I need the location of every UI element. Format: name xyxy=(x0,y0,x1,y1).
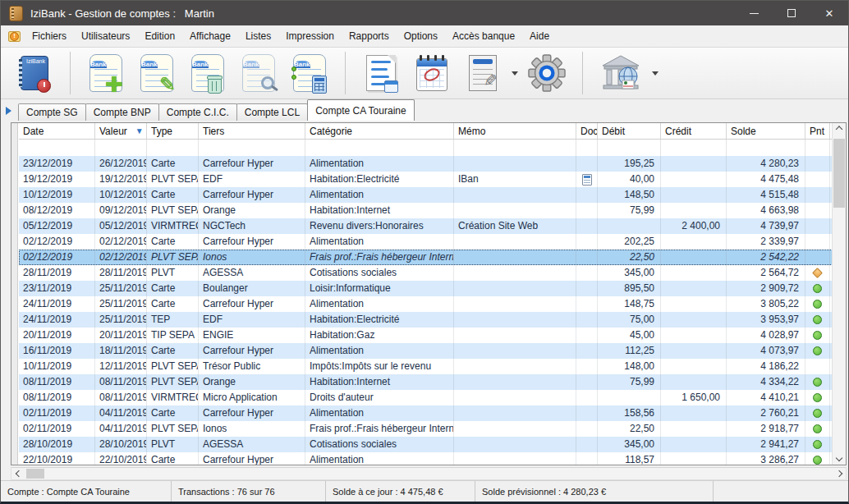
tab-scroll-icon[interactable] xyxy=(6,107,11,115)
cell-date: 10/11/2019 xyxy=(19,359,95,374)
cell-categorie: Loisir:Informatique xyxy=(305,281,454,296)
maximize-button[interactable] xyxy=(773,1,810,25)
table-row[interactable]: 05/12/201905/12/2019VIRMTRECNGCTechReven… xyxy=(19,218,846,234)
close-button[interactable]: ✕ xyxy=(810,1,848,25)
write-document-button[interactable]: ✎ xyxy=(462,50,503,96)
quit-izibank-button[interactable]: IziBank xyxy=(14,50,55,96)
cell-solde: 3 286,27 xyxy=(727,452,805,465)
cell-tiers: Carrefour Hyper xyxy=(199,343,305,359)
search-transaction-button[interactable]: Bank xyxy=(238,50,279,96)
tab-compte-c-i-c[interactable]: Compte C.I.C. xyxy=(158,103,237,121)
cell-categorie: Habitation:Internet xyxy=(305,203,454,218)
izibank-logo-label: IziBank xyxy=(25,58,47,64)
cell-categorie: Habitation:Electricité xyxy=(305,312,454,328)
scroll-up-button[interactable] xyxy=(833,123,846,137)
menu-item-edition[interactable]: Edition xyxy=(137,27,182,45)
cell-date: 08/11/2019 xyxy=(19,374,95,390)
cell-tiers: Orange xyxy=(199,374,305,390)
menu-item-options[interactable]: Options xyxy=(397,27,445,45)
menu-item-affichage[interactable]: Affichage xyxy=(182,27,238,45)
column-header-debit[interactable]: Débit xyxy=(598,123,661,139)
menu-item-utilisateurs[interactable]: Utilisateurs xyxy=(74,27,137,45)
table-row[interactable]: 02/12/201902/12/2019PLVT SEPAIonosFrais … xyxy=(19,250,846,265)
table-row[interactable]: 23/12/201926/12/2019CarteCarrefour Hyper… xyxy=(19,156,846,172)
column-header-doc[interactable]: Doc xyxy=(576,123,598,139)
cell-memo xyxy=(454,359,576,374)
online-banking-dropdown-icon[interactable] xyxy=(652,71,659,76)
cell-doc xyxy=(576,218,598,234)
table-row[interactable]: 02/12/201902/12/2019CarteCarrefour Hyper… xyxy=(19,234,846,250)
menu-item-acc-s-banque[interactable]: Accès banque xyxy=(445,27,522,45)
bank-label: Bank xyxy=(90,61,107,68)
menu-item-listes[interactable]: Listes xyxy=(238,27,278,45)
cell-credit xyxy=(661,203,727,218)
column-header-pnt[interactable]: Pnt xyxy=(805,123,830,139)
column-label: Débit xyxy=(602,126,625,137)
online-banking-button[interactable] xyxy=(598,50,644,96)
tab-compte-ca-touraine[interactable]: Compte CA Touraine xyxy=(307,99,415,121)
table-row[interactable]: 28/11/201928/11/2019PLVTAGESSACotisation… xyxy=(19,265,846,281)
table-row[interactable]: 10/11/201912/11/2019PLVT SEPATrésor Publ… xyxy=(19,359,846,374)
schedule-document-button[interactable] xyxy=(360,50,402,96)
menu-item-impression[interactable]: Impression xyxy=(278,27,342,45)
table-row[interactable]: 08/11/201908/11/2019PLVT SEPAOrangeHabit… xyxy=(19,374,846,390)
table-row[interactable]: 28/10/201928/10/2019PLVTAGESSACotisation… xyxy=(19,437,846,452)
table-row[interactable]: 16/11/201918/11/2019CarteCarrefour Hyper… xyxy=(19,343,846,359)
cell-doc xyxy=(576,281,598,296)
cell-categorie: Habitation:Electricité xyxy=(305,172,454,187)
column-header-solde[interactable]: Solde xyxy=(727,123,805,139)
table-row[interactable]: 23/11/201925/11/2019CarteBoulangerLoisir… xyxy=(19,281,846,296)
vertical-scrollbar[interactable] xyxy=(832,123,846,465)
column-header-credit[interactable]: Crédit xyxy=(661,123,727,139)
table-row[interactable]: 02/11/201904/11/2019CarteCarrefour Hyper… xyxy=(19,405,846,421)
column-header-type[interactable]: Type xyxy=(147,123,199,139)
table-row[interactable]: 22/10/201922/10/2019CarteCarrefour Hyper… xyxy=(19,452,846,465)
table-row[interactable]: 02/11/201904/11/2019PLVT SEPAIonosFrais … xyxy=(19,421,846,437)
toolbar: IziBank Bank ✚ Bank ✎ Bank xyxy=(1,48,848,99)
column-header-valeur[interactable]: Valeur▼ xyxy=(95,123,147,139)
table-row[interactable]: 08/12/201909/12/2019PLVT SEPAOrangeHabit… xyxy=(19,203,846,218)
cell-credit xyxy=(661,437,727,452)
menu-item-fichiers[interactable]: Fichiers xyxy=(25,27,74,45)
status-panel-0: Compte : Compte CA Touraine xyxy=(1,481,172,502)
edit-transaction-button[interactable]: Bank ✎ xyxy=(136,50,177,96)
cell-solde: 2 542,22 xyxy=(727,250,805,265)
minimize-button[interactable] xyxy=(735,1,773,25)
column-header-memo[interactable]: Mémo xyxy=(454,123,576,139)
table-row[interactable]: 19/12/201919/12/2019PLVT SEPAEDFHabitati… xyxy=(19,172,846,187)
menu-item-aide[interactable]: Aide xyxy=(522,27,557,45)
settings-button[interactable] xyxy=(526,50,567,96)
cell-tiers: Micro Application xyxy=(199,390,305,405)
tab-compte-sg[interactable]: Compte SG xyxy=(18,103,86,121)
scroll-right-button[interactable] xyxy=(832,468,846,479)
table-row[interactable]: 24/11/201925/11/2019TEPEDFHabitation:Ele… xyxy=(19,312,846,328)
planner-calendar-button[interactable] xyxy=(411,50,452,96)
horizontal-scrollbar[interactable] xyxy=(11,467,847,480)
delete-transaction-button[interactable]: Bank xyxy=(187,50,228,96)
table-row[interactable]: 20/11/201920/11/2019TIP SEPAENGIEHabitat… xyxy=(19,328,846,343)
write-document-dropdown-icon[interactable] xyxy=(512,71,518,76)
add-transaction-button[interactable]: Bank ✚ xyxy=(85,50,126,96)
menu-item-rapports[interactable]: Rapports xyxy=(342,27,397,45)
cell-credit xyxy=(661,452,727,465)
tab-strip: Compte SGCompte BNPCompte C.I.C.Compte L… xyxy=(18,99,414,121)
bank-globe-icon xyxy=(599,54,642,92)
tab-compte-bnp[interactable]: Compte BNP xyxy=(85,103,159,121)
horizontal-scroll-thumb[interactable] xyxy=(26,469,44,479)
cell-valeur: 18/11/2019 xyxy=(95,343,147,359)
table-row[interactable]: 10/12/201910/12/2019CarteCarrefour Hyper… xyxy=(19,187,846,203)
column-header-tiers[interactable]: Tiers xyxy=(199,123,305,139)
vertical-scroll-thumb[interactable] xyxy=(833,139,845,208)
cell-date: 20/11/2019 xyxy=(19,328,95,343)
tab-compte-lcl[interactable]: Compte LCL xyxy=(236,103,308,121)
column-header-categorie[interactable]: Catégorie xyxy=(305,123,454,139)
table-row[interactable]: 08/11/201908/11/2019VIRMTRECMicro Applic… xyxy=(19,390,846,405)
cell-date: 02/11/2019 xyxy=(19,405,95,421)
scroll-left-button[interactable] xyxy=(11,468,25,479)
account-list-button[interactable]: Bank xyxy=(289,50,330,96)
table-row[interactable]: 24/11/201925/11/2019CarteCarrefour Hyper… xyxy=(19,296,846,312)
column-header-date[interactable]: Date xyxy=(19,123,95,139)
scroll-down-button[interactable] xyxy=(833,451,846,465)
izibank-logo-icon: IziBank xyxy=(21,56,48,90)
column-label: Solde xyxy=(731,126,756,137)
